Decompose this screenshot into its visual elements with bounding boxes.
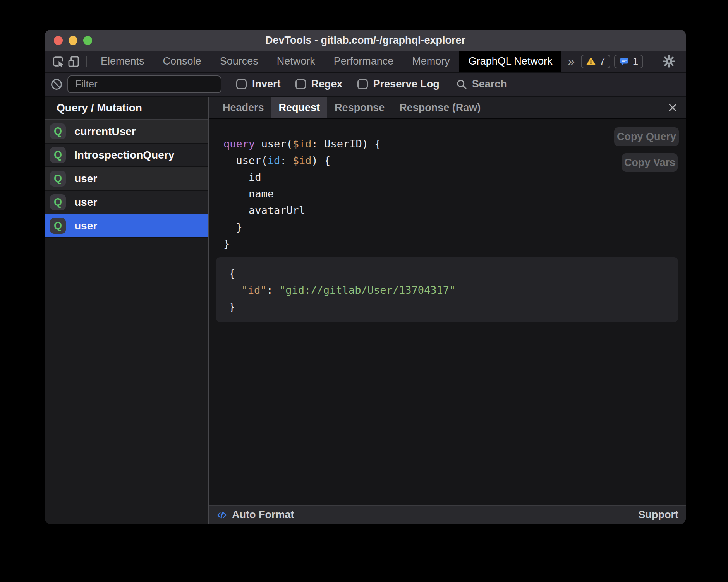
- clear-icon: [50, 78, 63, 91]
- detail-tab-headers[interactable]: Headers: [215, 97, 271, 118]
- code-line: query user($id: UserID) {: [223, 135, 381, 152]
- query-list-item[interactable]: Quser: [45, 191, 208, 214]
- warnings-badge[interactable]: 7: [581, 55, 610, 68]
- devtools-window: DevTools - gitlab.com/-/graphql-explorer…: [45, 30, 686, 524]
- checkbox-regex[interactable]: [295, 79, 306, 89]
- detail-tabs: HeadersRequestResponseResponse (Raw): [209, 97, 686, 119]
- graphql-query-code: query user($id: UserID) { user(id: $id) …: [223, 135, 381, 252]
- titlebar: DevTools - gitlab.com/-/graphql-explorer: [45, 30, 686, 51]
- detail-tabs-strip: HeadersRequestResponseResponse (Raw): [215, 97, 488, 118]
- more-tabs-icon: »: [568, 54, 575, 68]
- auto-format-button[interactable]: Auto Format: [232, 509, 294, 521]
- code-line: user(id: $id) {: [223, 152, 381, 169]
- toolbar-divider: [86, 56, 87, 67]
- toolbar-tabs: ElementsConsoleSourcesNetworkPerformance…: [91, 51, 561, 72]
- code-line: {: [229, 265, 678, 282]
- clear-button[interactable]: [49, 78, 64, 91]
- query-list-item[interactable]: QIntrospectionQuery: [45, 144, 208, 167]
- tab-graphql-network[interactable]: GraphQL Network: [459, 51, 562, 72]
- settings-icon: [663, 55, 675, 68]
- code-line: }: [223, 235, 381, 252]
- toolbar-right: 7 1: [581, 51, 686, 72]
- inspect-icon: [52, 55, 65, 68]
- checkbox-group-preserve-log[interactable]: Preserve Log: [357, 78, 440, 90]
- tab-elements[interactable]: Elements: [91, 51, 154, 72]
- devtools-toolbar: ElementsConsoleSourcesNetworkPerformance…: [45, 51, 686, 73]
- window-title: DevTools - gitlab.com/-/graphql-explorer: [265, 34, 465, 46]
- messages-badge[interactable]: 1: [614, 55, 643, 68]
- close-icon: [667, 102, 678, 113]
- query-type-badge: Q: [50, 147, 66, 163]
- close-detail-button[interactable]: [667, 102, 678, 113]
- filter-checkboxes: InvertRegexPreserve Log: [221, 78, 440, 90]
- query-name: user: [74, 173, 97, 185]
- detail-footer: Auto Format Support: [209, 505, 686, 524]
- device-toolbar-icon: [67, 55, 80, 68]
- minimize-window-button[interactable]: [69, 36, 77, 45]
- code-line: id: [223, 169, 381, 185]
- search-label: Search: [472, 78, 507, 90]
- request-panel: query user($id: UserID) { user(id: $id) …: [209, 119, 686, 505]
- checkbox-preserve-log[interactable]: [357, 79, 368, 89]
- menu-icon: [682, 56, 686, 67]
- copy-vars-button[interactable]: Copy Vars: [622, 153, 678, 172]
- checkbox-group-regex[interactable]: Regex: [295, 78, 343, 90]
- device-toolbar-button[interactable]: [66, 51, 81, 72]
- settings-button[interactable]: [661, 55, 676, 68]
- code-line: }: [229, 298, 678, 315]
- query-list: QcurrentUserQIntrospectionQueryQuserQuse…: [45, 120, 208, 524]
- detail-tab-response[interactable]: Response: [327, 97, 392, 118]
- copy-query-button[interactable]: Copy Query: [614, 127, 679, 146]
- detail-tab-request[interactable]: Request: [271, 97, 328, 118]
- search-button[interactable]: Search: [456, 78, 507, 90]
- query-list-item[interactable]: QcurrentUser: [45, 120, 208, 144]
- toolbar-divider: [652, 56, 652, 67]
- checkbox-label: Regex: [311, 78, 343, 90]
- main-split: Query / Mutation QcurrentUserQIntrospect…: [45, 97, 686, 524]
- query-list-item[interactable]: Quser: [45, 167, 208, 191]
- checkbox-label: Preserve Log: [373, 78, 440, 90]
- messages-icon: [619, 56, 629, 67]
- code-icon: [216, 510, 227, 520]
- inspect-element-button[interactable]: [50, 51, 66, 72]
- checkbox-invert[interactable]: [236, 79, 247, 89]
- query-type-badge: Q: [50, 218, 66, 234]
- tab-console[interactable]: Console: [154, 51, 211, 72]
- query-type-badge: Q: [50, 123, 66, 139]
- query-list-item[interactable]: Quser: [45, 214, 208, 238]
- close-window-button[interactable]: [54, 36, 63, 45]
- zoom-window-button[interactable]: [83, 36, 92, 45]
- tab-memory[interactable]: Memory: [403, 51, 459, 72]
- detail-pane: HeadersRequestResponseResponse (Raw) que…: [209, 97, 686, 524]
- message-count: 1: [633, 55, 638, 67]
- checkbox-group-invert[interactable]: Invert: [236, 78, 281, 90]
- detail-tab-response-raw[interactable]: Response (Raw): [392, 97, 488, 118]
- query-name: currentUser: [74, 125, 136, 138]
- warning-icon: [586, 56, 596, 67]
- code-line: avatarUrl: [223, 202, 381, 219]
- code-line: "id": "gid://gitlab/User/13704317": [229, 282, 678, 298]
- code-line: name: [223, 185, 381, 202]
- query-type-badge: Q: [50, 171, 66, 187]
- tab-performance[interactable]: Performance: [325, 51, 403, 72]
- sidebar: Query / Mutation QcurrentUserQIntrospect…: [45, 97, 209, 524]
- checkbox-label: Invert: [252, 78, 281, 90]
- query-name: IntrospectionQuery: [74, 149, 174, 161]
- filter-input[interactable]: [67, 75, 221, 93]
- tab-sources[interactable]: Sources: [211, 51, 268, 72]
- query-variables-block: { "id": "gid://gitlab/User/13704317"}: [216, 257, 678, 322]
- code-line: }: [223, 219, 381, 235]
- query-name: user: [74, 196, 97, 209]
- tab-network[interactable]: Network: [268, 51, 325, 72]
- traffic-lights: [54, 30, 92, 51]
- support-link[interactable]: Support: [639, 509, 678, 521]
- search-icon: [456, 79, 467, 90]
- query-type-badge: Q: [50, 194, 66, 210]
- warning-count: 7: [599, 55, 605, 67]
- sidebar-header: Query / Mutation: [45, 97, 208, 120]
- query-name: user: [74, 220, 97, 232]
- more-tabs-button[interactable]: »: [561, 51, 581, 72]
- filter-bar: InvertRegexPreserve Log Search: [45, 73, 686, 97]
- menu-button[interactable]: [680, 56, 686, 67]
